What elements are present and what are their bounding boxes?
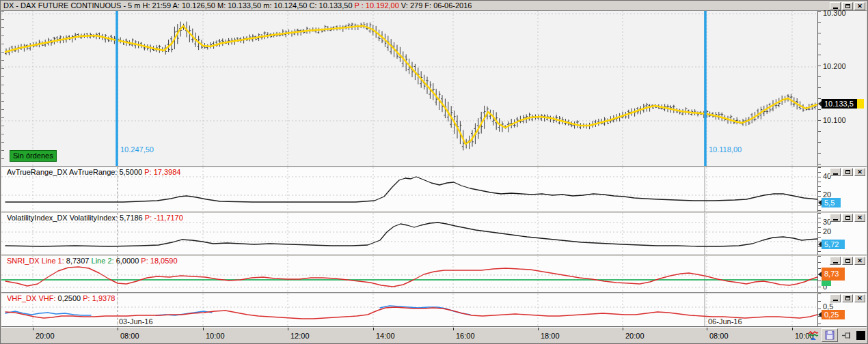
maximize-icon [845, 216, 850, 220]
pin-icon[interactable] [840, 329, 852, 341]
vhf-p-value: P: 1,9378 [83, 294, 115, 302]
time-tick [707, 328, 707, 330]
time-tick-label: 08:00 [120, 332, 139, 340]
close-icon: ✕ [857, 169, 863, 175]
time-tick-label: 08:00 [709, 332, 729, 340]
current-value-badge: 10.133,5 [822, 99, 857, 109]
minimize-icon [833, 300, 838, 301]
axis-ticks [818, 11, 821, 166]
axis-tick-label: 10.200 [823, 62, 846, 70]
snri-controls: ✕ [830, 257, 865, 265]
avtruerange-p-value: P: 17,3984 [144, 168, 180, 176]
snri-name-line1: SNRI_DX Line 1: [7, 257, 66, 265]
time-tick-label: 20:00 [36, 332, 55, 340]
price-chart-plot[interactable]: Sin órdenes [1, 11, 817, 166]
session-date-label: 03-Jun-16 [119, 317, 153, 326]
time-tick [453, 328, 454, 330]
time-tick [203, 328, 204, 330]
close-button[interactable]: ✕ [854, 2, 865, 10]
maximize-icon [845, 170, 850, 174]
title-instrument-ohlc: DX - DAX FUTURE CONTINUOUS - 5 m H: 21:5… [3, 1, 355, 10]
snri-p-value: P: 18,0590 [141, 257, 177, 265]
minimize-button[interactable] [830, 214, 841, 222]
time-tick-label: 14:00 [376, 332, 395, 340]
maximize-button[interactable] [842, 214, 853, 222]
time-tick [792, 328, 793, 330]
filled-square-icon[interactable] [854, 329, 867, 341]
black-square [856, 331, 865, 340]
close-icon: ✕ [857, 296, 863, 302]
avtruerange-name-value: AvTrueRange_DX AvTrueRange: 5,5000 [7, 168, 144, 176]
current-value-badge: 5,72 [822, 240, 845, 249]
minimize-button[interactable] [830, 257, 841, 265]
session-date-label: 06-Jun-16 [708, 317, 742, 326]
time-tick-label: 10:00 [206, 332, 225, 340]
snri-line1-value: 8,7307 [66, 257, 92, 265]
close-icon: ✕ [857, 215, 863, 221]
maximize-button[interactable] [842, 294, 853, 302]
volatilityindex-header: VolatilityIndex_DX VolatilityIndex: 5,71… [7, 214, 183, 222]
close-button[interactable]: ✕ [854, 294, 865, 302]
save-button[interactable] [822, 328, 838, 342]
current-value-badge: 5,5 [822, 198, 841, 207]
minimize-icon [833, 8, 838, 9]
minimize-button[interactable] [830, 168, 841, 176]
no-orders-badge: Sin órdenes [10, 150, 57, 162]
title-volume-date: V: 279 F: 06-06-2016 [399, 1, 472, 10]
insert-indicator-icon[interactable] [807, 329, 819, 341]
maximize-icon [845, 259, 850, 263]
vhf-header: VHF_DX VHF: 0,2500 P: 1,9378 [7, 294, 115, 302]
minimize-icon [833, 219, 838, 220]
axis-ticks [818, 213, 821, 255]
time-tick-label: 16:00 [456, 332, 475, 340]
maximize-button[interactable] [842, 168, 853, 176]
cursor-price-label: 10.247,50 [120, 145, 154, 154]
volatilityindex-controls: ✕ [830, 214, 865, 222]
title-last-price: P : 10.192,00 [355, 1, 399, 10]
time-tick [373, 328, 374, 330]
current-value-badge: 8,73 [822, 268, 845, 281]
volatilityindex-p-value: P: -11,7170 [145, 214, 183, 222]
cursor-price-label: 10.118,00 [709, 145, 742, 154]
time-tick [538, 328, 539, 330]
time-axis[interactable]: 20:0008:0010:0012:0014:0016:0018:0020:00… [1, 326, 867, 343]
minimize-button[interactable] [830, 294, 841, 302]
vhf-name: VHF_DX VHF: [7, 294, 58, 302]
window-titlebar[interactable]: DX - DAX FUTURE CONTINUOUS - 5 m H: 21:5… [1, 1, 867, 11]
close-icon: ✕ [857, 3, 863, 10]
minimize-button[interactable] [830, 2, 841, 10]
time-tick [288, 328, 288, 330]
time-tick-label: 20:00 [625, 332, 645, 340]
avtruerange-controls: ✕ [830, 168, 865, 176]
axis-tick-label: 20 [823, 227, 831, 235]
close-button[interactable]: ✕ [854, 214, 865, 222]
time-tick [33, 328, 33, 330]
ma-color-chip [857, 99, 864, 109]
snri-line2-value: 6,0000 [116, 257, 141, 265]
close-button[interactable]: ✕ [854, 257, 865, 265]
vhf-value: 0,2500 [58, 294, 83, 302]
chart-window: DX - DAX FUTURE CONTINUOUS - 5 m H: 21:5… [0, 0, 868, 344]
maximize-button[interactable] [842, 257, 853, 265]
time-tick [118, 328, 118, 330]
snri-header: SNRI_DX Line 1: 8,7307 Line 2: 6,0000 P:… [7, 257, 178, 265]
axis-ticks [818, 293, 821, 326]
volatilityindex-name-value: VolatilityIndex_DX VolatilityIndex: 5,71… [7, 214, 145, 222]
minimize-icon [833, 173, 838, 175]
close-icon: ✕ [857, 258, 863, 264]
price-axis[interactable]: 10.30010.20010.10010.133,5 [817, 11, 867, 166]
price-chart-svg [1, 11, 817, 166]
vhf-controls: ✕ [830, 294, 865, 302]
price-left-ticks [1, 11, 4, 166]
time-tick [623, 328, 623, 330]
line2-value-chip [822, 281, 831, 286]
maximize-button[interactable] [842, 2, 853, 10]
minimize-icon [833, 262, 838, 263]
save-floppy-icon [825, 330, 835, 340]
avtruerange-header: AvTrueRange_DX AvTrueRange: 5,5000 P: 17… [7, 168, 180, 176]
maximize-icon [845, 296, 850, 300]
axis-tick-label: 10.100 [823, 116, 846, 124]
window-controls: ✕ [830, 2, 865, 10]
maximize-icon [845, 4, 850, 8]
close-button[interactable]: ✕ [854, 168, 865, 176]
